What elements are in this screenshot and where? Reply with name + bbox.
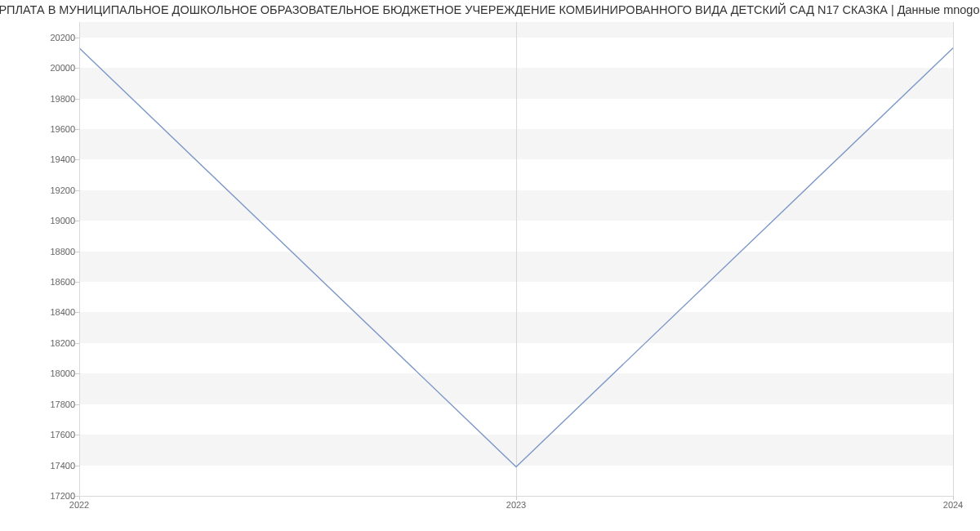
y-tick-label: 19800 <box>50 94 75 104</box>
y-tick-label: 19000 <box>50 216 75 225</box>
x-tick-label: 2024 <box>943 500 963 510</box>
plot-area <box>79 22 953 496</box>
y-tick-label: 18400 <box>50 307 75 317</box>
y-tick-mark <box>75 38 79 38</box>
y-tick-label: 18800 <box>50 247 75 257</box>
y-tick-mark <box>75 466 79 466</box>
y-tick-mark <box>75 343 79 344</box>
data-line <box>79 48 953 467</box>
y-tick-label: 17200 <box>50 491 75 501</box>
y-tick-mark <box>75 373 79 374</box>
y-tick-label: 18200 <box>50 338 75 348</box>
y-tick-label: 19600 <box>50 124 75 134</box>
y-tick-mark <box>75 312 79 313</box>
y-tick-mark <box>75 99 79 100</box>
x-tick-label: 2022 <box>69 500 89 510</box>
y-tick-mark <box>75 252 79 252</box>
y-tick-label: 17600 <box>50 430 75 440</box>
y-tick-label: 17400 <box>50 461 75 471</box>
y-tick-mark <box>75 190 79 191</box>
y-tick-mark <box>75 129 79 130</box>
gridline-vertical <box>953 22 954 496</box>
y-tick-label: 17800 <box>50 399 75 409</box>
y-tick-mark <box>75 221 79 221</box>
line-svg <box>79 22 953 496</box>
x-tick-label: 2023 <box>506 500 526 510</box>
y-tick-mark <box>75 435 79 435</box>
x-axis-line <box>79 496 953 497</box>
y-tick-label: 20200 <box>50 33 75 42</box>
chart-container: 2022202320241720017400176001780018000182… <box>0 18 980 516</box>
y-tick-label: 18000 <box>50 368 75 378</box>
x-tick-mark <box>953 496 954 500</box>
y-tick-mark <box>75 159 79 160</box>
y-tick-mark <box>75 404 79 405</box>
y-tick-mark <box>75 282 79 283</box>
y-tick-label: 18600 <box>50 277 75 287</box>
y-tick-label: 20000 <box>50 63 75 73</box>
y-axis-line <box>79 22 80 496</box>
chart-title: ЗАРПЛАТА В МУНИЦИПАЛЬНОЕ ДОШКОЛЬНОЕ ОБРА… <box>0 0 980 18</box>
y-tick-label: 19200 <box>50 185 75 195</box>
y-tick-mark <box>75 496 79 497</box>
y-tick-mark <box>75 68 79 69</box>
y-tick-label: 19400 <box>50 154 75 164</box>
